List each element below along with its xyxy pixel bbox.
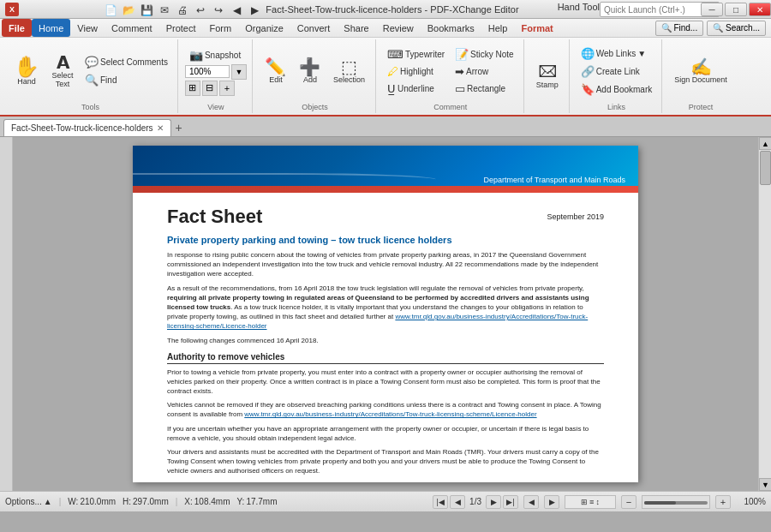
menu-protect[interactable]: Protect [159, 19, 203, 37]
back-button[interactable]: ◀ [229, 3, 244, 18]
scroll-track[interactable] [759, 150, 771, 478]
menu-format[interactable]: Format [514, 19, 559, 37]
maximize-button[interactable]: □ [725, 3, 747, 16]
protect-group-label: Protect [689, 101, 714, 111]
arrow-button[interactable]: ➡ Arrow [451, 63, 518, 80]
typewriter-button[interactable]: ⌨ Typewriter [383, 46, 449, 63]
first-page-button[interactable]: |◀ [433, 495, 448, 509]
paragraph-2: As a result of the recommendations, from… [167, 284, 604, 332]
zoom-level-display: 100% [736, 497, 766, 506]
menu-file[interactable]: File [2, 19, 32, 37]
section1-para2-link[interactable]: www.tmr.qld.gov.au/business-industry/Acc… [244, 410, 536, 418]
ribbon-group-comment: ⌨ Typewriter 🖊 Highlight U̲ Underline [378, 39, 524, 113]
close-button[interactable]: ✕ [749, 3, 771, 16]
menu-convert[interactable]: Convert [290, 19, 338, 37]
sticky-note-label: Sticky Note [470, 50, 514, 59]
options-item[interactable]: Options... ▲ [5, 497, 52, 506]
print-button[interactable]: 🖨 [175, 3, 190, 18]
select-comments-button[interactable]: 💬 Select Comments [81, 54, 172, 70]
x-label: X: [184, 497, 192, 506]
list-icon: ≡ [589, 498, 594, 506]
zoom-in-status-button[interactable]: + [715, 495, 731, 509]
doc-tab-close[interactable]: ✕ [157, 123, 164, 133]
scroll-up-button[interactable]: ▲ [759, 137, 771, 150]
sign-icon: ✍ [690, 58, 712, 75]
scroll-down-button[interactable]: ▼ [759, 478, 771, 491]
x-value: 108.4mm [194, 497, 230, 506]
last-page-button[interactable]: ▶| [503, 495, 518, 509]
next-page-button[interactable]: ▶ [486, 495, 501, 509]
create-link-label: Create Link [596, 67, 640, 76]
new-tab-button[interactable]: + [171, 120, 187, 135]
menu-view[interactable]: View [70, 19, 105, 37]
save-button[interactable]: 💾 [139, 3, 154, 18]
menu-help[interactable]: Help [481, 19, 515, 37]
document-area: Department of Transport and Main Roads F… [13, 137, 758, 491]
fact-subtitle: Private property parking and towing – to… [167, 235, 604, 245]
view-controls: ⊞ ≡ ↕ [565, 495, 616, 509]
underline-button[interactable]: U̲ Underline [383, 81, 449, 97]
paragraph-1: In response to rising public concern abo… [167, 250, 604, 279]
zoom-in-button[interactable]: + [219, 81, 235, 96]
stamp-buttons: 🖂 Stamp [531, 41, 564, 110]
ribbon: ✋ Hand 𝗔 SelectText 💬 Select Comments [0, 38, 771, 117]
section1-para2: Vehicles cannot be removed if they are o… [167, 400, 604, 419]
stamp-button[interactable]: 🖂 Stamp [531, 58, 564, 93]
sign-document-button[interactable]: ✍ Sign Document [669, 55, 732, 88]
menu-share[interactable]: Share [337, 19, 375, 37]
tool-name-area: Hand Tool [558, 2, 600, 12]
section1-para1: Prior to towing a vehicle from private p… [167, 368, 604, 397]
highlight-button[interactable]: 🖊 Highlight [383, 63, 449, 80]
ribbon-group-stamp: 🖂 Stamp [526, 39, 570, 113]
view-buttons: 📷 Snapshot 100% ▼ ⊞ ⊟ + [185, 41, 247, 101]
status-bar: Options... ▲ | W: 210.0mm H: 297.0mm | X… [0, 491, 771, 511]
menu-comment[interactable]: Comment [105, 19, 159, 37]
zoom-fit-page-button[interactable]: ⊟ [202, 81, 218, 96]
rectangle-button[interactable]: ▭ Rectangle [451, 81, 518, 97]
add-button[interactable]: ➕ Add [294, 55, 326, 88]
menu-review[interactable]: Review [376, 19, 421, 37]
minimize-button[interactable]: ─ [701, 3, 723, 16]
menu-form[interactable]: Form [203, 19, 239, 37]
email-button[interactable]: ✉ [157, 3, 172, 18]
zoom-slider[interactable] [642, 495, 710, 509]
hand-label: Hand [17, 78, 36, 87]
document-tab[interactable]: Fact-Sheet-Tow-truck-licence-holders ✕ [3, 119, 171, 136]
add-bookmark-button[interactable]: 🔖 Add Bookmark [577, 81, 657, 98]
menu-organize[interactable]: Organize [238, 19, 290, 37]
zoom-menu-button[interactable]: ▼ [231, 64, 247, 80]
find-button[interactable]: 🔍 Find... [655, 21, 704, 36]
create-link-button[interactable]: 🔗 Create Link [577, 63, 657, 80]
edit-button[interactable]: ✏️ Edit [260, 55, 292, 88]
ribbon-group-protect: ✍ Sign Document Protect [664, 39, 738, 113]
selection-button[interactable]: ⬚ Selection [328, 55, 370, 88]
web-links-button[interactable]: 🌐 Web Links ▼ [577, 45, 657, 62]
menu-home[interactable]: Home [32, 19, 70, 37]
menu-bookmarks[interactable]: Bookmarks [421, 19, 481, 37]
open-button[interactable]: 📂 [121, 3, 136, 18]
new-button[interactable]: 📄 [103, 3, 118, 18]
redo-button[interactable]: ↪ [211, 3, 226, 18]
add-label: Add [303, 76, 317, 85]
find-button-ribbon[interactable]: 🔍 Find [81, 72, 172, 88]
fact-sheet-date: September 2019 [547, 212, 604, 221]
prev-view-button[interactable]: ◀ [523, 495, 539, 509]
prev-page-button[interactable]: ◀ [450, 495, 465, 509]
snapshot-button[interactable]: 📷 Snapshot [185, 47, 247, 63]
department-name: Department of Transport and Main Roads [483, 176, 625, 186]
zoom-out-button[interactable]: − [621, 495, 637, 509]
search-all-button[interactable]: 🔍 Search... [707, 21, 766, 36]
undo-button[interactable]: ↩ [193, 3, 208, 18]
page-current: 1 [469, 497, 475, 506]
sticky-note-button[interactable]: 📝 Sticky Note [451, 46, 518, 63]
select-text-button[interactable]: 𝗔 SelectText [46, 51, 79, 93]
typewriter-icon: ⌨ [387, 48, 403, 61]
scroll-thumb[interactable] [760, 151, 771, 185]
department-header: Department of Transport and Main Roads [133, 146, 638, 193]
zoom-fit-width-button[interactable]: ⊞ [185, 81, 200, 96]
separator-1: | [59, 497, 62, 506]
forward-button[interactable]: ▶ [247, 3, 262, 18]
next-view-button[interactable]: ▶ [544, 495, 559, 509]
hand-tool-button[interactable]: ✋ Hand [9, 53, 45, 90]
web-links-label: Web Links [596, 49, 637, 58]
